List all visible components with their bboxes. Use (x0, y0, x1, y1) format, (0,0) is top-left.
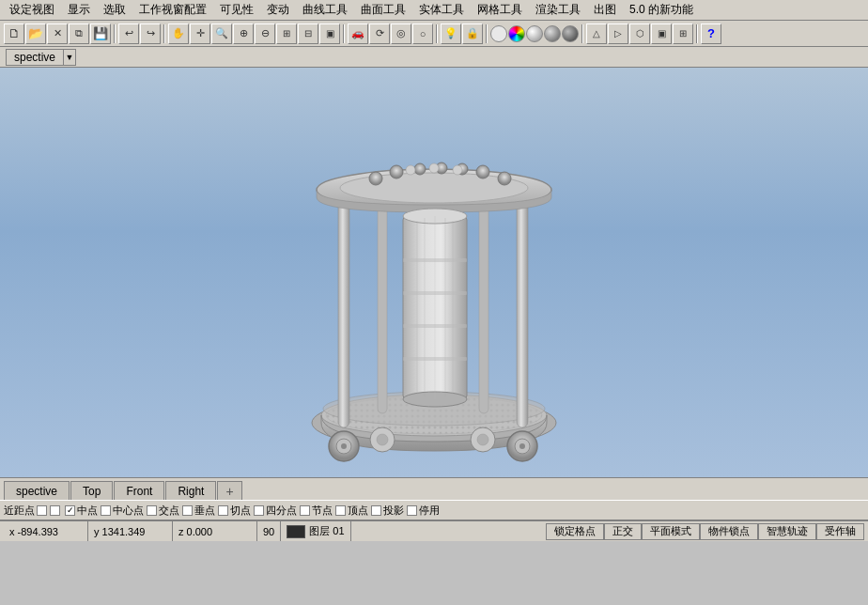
toolbar: 🗋 📂 ✕ ⧉ 💾 ↩ ↪ ✋ ✛ 🔍 ⊕ ⊖ ⊞ ⊟ ▣ 🚗 ⟳ ◎ ○ 💡 … (0, 21, 868, 47)
snap-knot-checkbox[interactable] (300, 505, 310, 516)
osnap-button[interactable]: 物件锁点 (700, 523, 758, 540)
menu-surface-tools[interactable]: 曲面工具 (355, 0, 411, 20)
menu-transform[interactable]: 变动 (261, 0, 295, 20)
zoom-button[interactable]: 🔍 (211, 23, 232, 44)
snap-quadrant: 四分点 (254, 504, 297, 518)
menu-print[interactable]: 出图 (588, 0, 622, 20)
more2-button[interactable]: ⊞ (673, 23, 693, 44)
menu-viewport-config[interactable]: 工作视窗配置 (133, 0, 212, 20)
drive-button[interactable]: 🚗 (348, 23, 368, 44)
mat5-button[interactable] (562, 25, 579, 42)
snap-center: 中心点 (101, 504, 144, 518)
menu-visibility[interactable]: 可见性 (214, 0, 259, 20)
zoom-out-button[interactable]: ⊖ (255, 23, 275, 44)
gumball-button[interactable]: 受作轴 (816, 523, 864, 540)
tri1-button[interactable]: △ (586, 23, 607, 44)
planar-mode-button[interactable]: 平面模式 (642, 523, 700, 540)
snap-knot: 节点 (300, 504, 333, 518)
snap-midpoint-checkbox[interactable] (65, 505, 75, 516)
sphere1-button[interactable]: ○ (412, 23, 433, 44)
snap-perp-checkbox[interactable] (182, 505, 193, 516)
menu-new-features[interactable]: 5.0 的新功能 (624, 0, 699, 20)
viewport-label-dropdown[interactable]: ▼ (63, 49, 76, 66)
snap-tangent: 切点 (218, 504, 251, 518)
light-button[interactable]: 💡 (441, 23, 461, 44)
undo-button[interactable]: ↩ (118, 23, 139, 44)
menu-display[interactable]: 显示 (62, 0, 96, 20)
more1-button[interactable]: ▣ (651, 23, 672, 44)
snap-nearest-checkbox[interactable] (37, 505, 47, 516)
svg-point-38 (519, 443, 525, 449)
menu-mesh-tools[interactable]: 网格工具 (472, 0, 528, 20)
snap-center-checkbox[interactable] (101, 505, 111, 516)
hex-button[interactable]: ⬡ (629, 23, 650, 44)
menu-setview[interactable]: 设定视图 (4, 0, 60, 20)
tri2-button[interactable]: ▷ (608, 23, 628, 44)
svg-point-20 (453, 165, 462, 175)
ortho-button[interactable]: 正交 (604, 523, 642, 540)
snap-point-checkbox[interactable] (50, 505, 60, 516)
viewport-label-button[interactable]: spective (6, 49, 64, 66)
svg-point-40 (377, 434, 388, 445)
zoom-ext-button[interactable]: ⊞ (276, 23, 297, 44)
pointer-button[interactable]: ✛ (190, 23, 210, 44)
redo-button[interactable]: ↪ (140, 23, 161, 44)
close-button[interactable]: ✕ (47, 23, 68, 44)
smart-track-button[interactable]: 智慧轨迹 (758, 523, 816, 540)
layer-color-indicator (287, 525, 305, 538)
layer-label: 图层 01 (309, 524, 344, 538)
lock-button[interactable]: 🔒 (462, 23, 483, 44)
menu-render-tools[interactable]: 渲染工具 (530, 0, 586, 20)
rotate-button[interactable]: ⟳ (369, 23, 390, 44)
tab-perspective[interactable]: spective (4, 481, 70, 500)
zoom-sel-button[interactable]: ⊟ (298, 23, 318, 44)
svg-point-12 (390, 165, 403, 178)
status-y: y 1341.349 (88, 521, 173, 541)
snap-tan-checkbox[interactable] (218, 505, 228, 516)
snap-int-checkbox[interactable] (147, 505, 157, 516)
svg-rect-30 (403, 291, 467, 295)
coord-x-value: -894.393 (18, 526, 58, 537)
snap-quad-checkbox[interactable] (254, 505, 264, 516)
snap-disable-checkbox[interactable] (407, 505, 417, 516)
main-viewport[interactable] (0, 68, 868, 477)
zoom-win-button[interactable]: ▣ (319, 23, 340, 44)
3d-model-svg (274, 75, 594, 470)
copy-button[interactable]: ⧉ (69, 23, 89, 44)
svg-rect-5 (338, 183, 349, 427)
orbit-button[interactable]: ◎ (391, 23, 411, 44)
open-button[interactable]: 📂 (25, 23, 46, 44)
menu-solid-tools[interactable]: 实体工具 (413, 0, 470, 20)
save-button[interactable]: 💾 (90, 23, 111, 44)
zoom-in-button[interactable]: ⊕ (233, 23, 254, 44)
mat1-button[interactable] (490, 25, 507, 42)
tab-add-button[interactable]: + (217, 481, 241, 500)
tab-top[interactable]: Top (70, 481, 113, 500)
snap-vertex: 顶点 (335, 504, 368, 518)
snap-disable: 停用 (407, 504, 440, 518)
sep6 (581, 24, 583, 43)
angle-value: 90 (263, 526, 274, 537)
snap-vertex-checkbox[interactable] (335, 505, 346, 516)
svg-rect-31 (403, 324, 467, 328)
snap-proj-checkbox[interactable] (371, 505, 381, 516)
mat2-button[interactable] (508, 25, 525, 42)
mat4-button[interactable] (544, 25, 561, 42)
status-bar: x -894.393 y 1341.349 z 0.000 90 图层 01 锁… (0, 520, 868, 541)
svg-point-13 (414, 163, 426, 175)
pan-button[interactable]: ✋ (168, 23, 189, 44)
svg-point-11 (369, 172, 382, 185)
svg-point-17 (498, 172, 511, 185)
snap-project: 投影 (371, 504, 404, 518)
tab-right[interactable]: Right (165, 481, 216, 500)
help-button[interactable]: ? (701, 23, 721, 44)
mat3-button[interactable] (526, 25, 543, 42)
coord-y-value: 1341.349 (102, 526, 146, 537)
tab-front[interactable]: Front (114, 481, 164, 500)
status-x: x -894.393 (4, 521, 88, 541)
coord-z-value: 0.000 (187, 526, 213, 537)
menu-curve-tools[interactable]: 曲线工具 (297, 0, 353, 20)
grid-lock-button[interactable]: 锁定格点 (546, 523, 604, 540)
menu-select[interactable]: 选取 (98, 0, 132, 20)
new-button[interactable]: 🗋 (4, 23, 24, 44)
